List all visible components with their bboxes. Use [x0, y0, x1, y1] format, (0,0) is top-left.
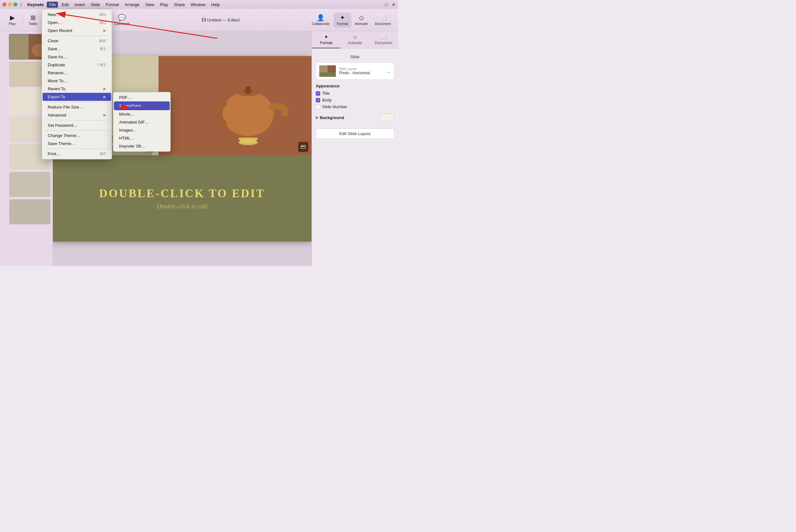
export-html[interactable]: HTML…: [114, 134, 170, 142]
menu-item-save[interactable]: Save… ⌘S: [43, 45, 111, 53]
menu-item-change-theme[interactable]: Change Theme…: [43, 132, 111, 139]
menu-item-open-recent[interactable]: Open Recent ▶: [43, 26, 111, 35]
export-images[interactable]: Images…: [114, 126, 170, 134]
file-menu-dropdown: New… ⌘N Open… ⌘O Open Recent ▶ Close ⌘W …: [42, 9, 112, 159]
menubar-format[interactable]: Format: [103, 2, 121, 8]
menu-sep-5: [44, 149, 109, 149]
menu-sep-4: [44, 130, 109, 131]
duplicate-shortcut: ⇧⌘S: [96, 63, 106, 67]
print-shortcut: ⌘P: [99, 152, 106, 156]
save-shortcut: ⌘S: [99, 47, 106, 51]
menu-item-close[interactable]: Close ⌘W: [43, 37, 111, 45]
menubar-file[interactable]: File: [47, 2, 58, 8]
fullscreen-button[interactable]: [14, 3, 17, 6]
menubar-share[interactable]: Share: [172, 2, 187, 8]
menubar-window[interactable]: Window: [189, 2, 208, 8]
menubar-edit[interactable]: Edit: [59, 2, 71, 8]
file-menu-overlay[interactable]: New… ⌘N Open… ⌘O Open Recent ▶ Close ⌘W …: [0, 9, 398, 266]
apple-logo: : [20, 2, 22, 7]
export-movie[interactable]: Movie…: [114, 110, 170, 118]
wifi-icon: ≋: [392, 2, 395, 7]
open-recent-arrow: ▶: [103, 28, 106, 33]
menu-item-advanced[interactable]: Advanced ▶: [43, 111, 111, 119]
new-shortcut: ⌘N: [99, 13, 106, 17]
advanced-arrow: ▶: [103, 113, 106, 117]
menubar-view[interactable]: View: [143, 2, 156, 8]
menubar-app-name[interactable]: Keynote: [25, 2, 45, 8]
menu-item-new[interactable]: New… ⌘N: [43, 11, 111, 19]
export-powerpoint[interactable]: PowerPoint…: [114, 101, 170, 110]
export-keynote-09[interactable]: Keynote '09…: [114, 142, 170, 150]
export-animated-gif[interactable]: Animated GIF…: [114, 118, 170, 126]
export-pdf[interactable]: PDF…: [114, 93, 170, 101]
export-submenu: PDF… PowerPoint… Movie… Animated GIF… Im…: [113, 92, 171, 152]
menu-sep-3: [44, 120, 109, 120]
menubar-right: ⬡ ≋: [384, 2, 395, 7]
menubar-insert[interactable]: Insert: [72, 2, 88, 8]
minimize-button[interactable]: [8, 3, 12, 6]
menu-item-save-theme[interactable]: Save Theme…: [43, 139, 111, 148]
menu-item-duplicate[interactable]: Duplicate ⇧⌘S: [43, 61, 111, 69]
menubar-slide[interactable]: Slide: [88, 2, 102, 8]
menubar:  Keynote File Edit Insert Slide Format …: [0, 0, 398, 9]
menubar-arrange[interactable]: Arrange: [122, 2, 141, 8]
menubar-play[interactable]: Play: [158, 2, 170, 8]
menu-item-set-password[interactable]: Set Password…: [43, 121, 111, 129]
menu-item-open[interactable]: Open… ⌘O: [43, 19, 111, 26]
menu-item-move-to[interactable]: Move To…: [43, 77, 111, 85]
menu-item-export-to[interactable]: Export To ▶: [43, 93, 111, 101]
close-shortcut: ⌘W: [99, 39, 106, 43]
revert-to-arrow: ▶: [103, 87, 106, 91]
close-button[interactable]: [3, 3, 6, 6]
traffic-lights: [3, 3, 17, 6]
menu-sep-1: [44, 36, 109, 36]
menu-item-print[interactable]: Print… ⌘P: [43, 150, 111, 158]
open-shortcut: ⌘O: [99, 20, 106, 25]
menu-sep-2: [44, 102, 109, 102]
bluetooth-icon: ⬡: [384, 2, 388, 7]
menu-item-revert-to[interactable]: Revert To ▶: [43, 85, 111, 93]
menubar-help[interactable]: Help: [209, 2, 222, 8]
menu-item-save-as[interactable]: Save As…: [43, 53, 111, 61]
export-to-arrow: ▶: [103, 95, 106, 99]
menu-item-reduce-file-size[interactable]: Reduce File Size…: [43, 103, 111, 111]
menu-item-rename[interactable]: Rename…: [43, 69, 111, 77]
